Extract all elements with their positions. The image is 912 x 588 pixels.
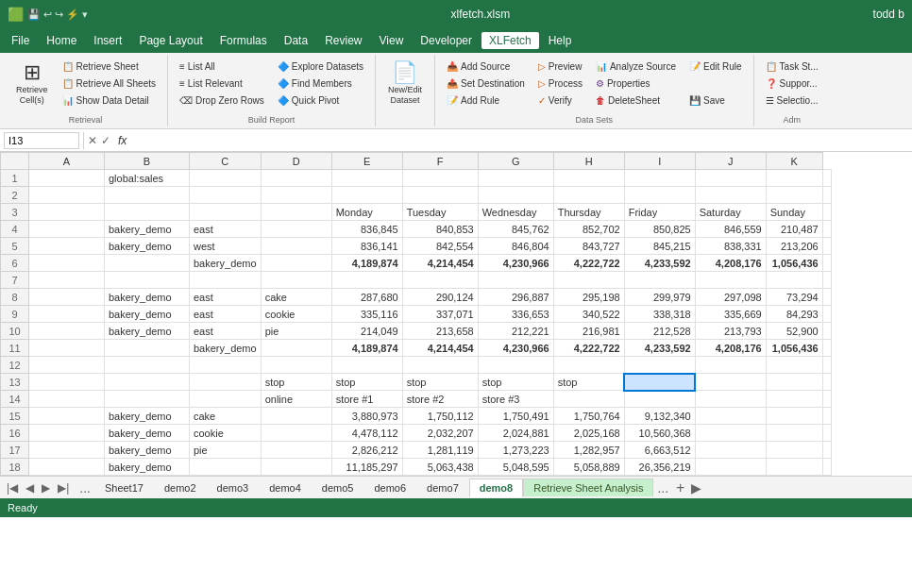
menu-insert[interactable]: Insert bbox=[86, 32, 129, 49]
cell[interactable]: 4,208,176 bbox=[695, 340, 766, 357]
cell[interactable]: 1,056,436 bbox=[766, 255, 822, 272]
cell[interactable]: 212,528 bbox=[624, 323, 695, 340]
cell[interactable]: 11,185,297 bbox=[331, 459, 402, 476]
support-button[interactable]: ❓ Suppor... bbox=[760, 76, 824, 92]
cell[interactable]: 840,853 bbox=[402, 221, 478, 238]
cell[interactable] bbox=[695, 187, 766, 204]
cell[interactable] bbox=[695, 357, 766, 374]
cell[interactable]: store #1 bbox=[331, 391, 402, 408]
cell[interactable]: bakery_demo bbox=[105, 442, 190, 459]
cell[interactable]: Monday bbox=[331, 204, 402, 221]
verify-button[interactable]: ✓ Verify bbox=[532, 92, 588, 109]
cell[interactable]: 2,025,168 bbox=[553, 425, 624, 442]
col-header-j[interactable]: J bbox=[695, 153, 766, 170]
cell[interactable]: 337,071 bbox=[402, 306, 478, 323]
cell[interactable]: 213,206 bbox=[766, 238, 822, 255]
cell[interactable]: bakery_demo bbox=[190, 340, 262, 357]
cell[interactable] bbox=[822, 204, 831, 221]
cell[interactable] bbox=[105, 204, 190, 221]
cell[interactable] bbox=[553, 187, 624, 204]
menu-home[interactable]: Home bbox=[39, 32, 84, 49]
cell[interactable] bbox=[766, 425, 822, 442]
cell[interactable]: cookie bbox=[261, 306, 331, 323]
task-start-button[interactable]: 📋 Task St... bbox=[760, 59, 824, 75]
col-header-g[interactable]: G bbox=[478, 153, 553, 170]
cell[interactable]: Tuesday bbox=[402, 204, 478, 221]
cell[interactable]: bakery_demo bbox=[105, 221, 190, 238]
cell[interactable] bbox=[105, 374, 190, 391]
cell[interactable]: 4,233,592 bbox=[624, 255, 695, 272]
cell[interactable]: 213,793 bbox=[695, 323, 766, 340]
cell[interactable] bbox=[822, 238, 831, 255]
formula-input[interactable] bbox=[134, 135, 908, 146]
cell[interactable] bbox=[766, 374, 822, 391]
cell[interactable]: 846,804 bbox=[478, 238, 553, 255]
properties-button[interactable]: ⚙ Properties bbox=[590, 76, 682, 92]
cell[interactable] bbox=[766, 442, 822, 459]
cell[interactable] bbox=[29, 289, 105, 306]
cell[interactable] bbox=[822, 442, 831, 459]
cell[interactable] bbox=[29, 187, 105, 204]
cell-reference-box[interactable]: I13 bbox=[4, 132, 79, 149]
cell[interactable] bbox=[261, 255, 331, 272]
menu-formulas[interactable]: Formulas bbox=[212, 32, 275, 49]
quick-pivot-button[interactable]: 🔷 Quick Pivot bbox=[272, 92, 369, 109]
cell[interactable] bbox=[29, 374, 105, 391]
cell[interactable]: 10,560,368 bbox=[624, 425, 695, 442]
confirm-icon[interactable]: ✓ bbox=[101, 134, 110, 147]
cell[interactable] bbox=[478, 187, 553, 204]
cell[interactable]: 4,208,176 bbox=[695, 255, 766, 272]
cell[interactable]: Saturday bbox=[695, 204, 766, 221]
cell[interactable] bbox=[105, 391, 190, 408]
tab-demo5[interactable]: demo5 bbox=[312, 479, 364, 496]
cell[interactable]: 2,032,207 bbox=[402, 425, 478, 442]
cell[interactable]: 836,141 bbox=[331, 238, 402, 255]
cell[interactable] bbox=[29, 425, 105, 442]
selection-button[interactable]: ☰ Selectio... bbox=[760, 92, 824, 109]
cell[interactable]: 4,189,874 bbox=[331, 340, 402, 357]
cell[interactable] bbox=[822, 221, 831, 238]
cell[interactable]: 9,132,340 bbox=[624, 408, 695, 425]
cell[interactable] bbox=[190, 391, 262, 408]
cell[interactable] bbox=[29, 255, 105, 272]
cell[interactable]: 1,750,112 bbox=[402, 408, 478, 425]
cell[interactable]: 1,281,119 bbox=[402, 442, 478, 459]
cell[interactable]: 838,331 bbox=[695, 238, 766, 255]
tab-nav-prev[interactable]: ◀ bbox=[23, 481, 37, 495]
cell[interactable] bbox=[29, 272, 105, 289]
tab-demo7[interactable]: demo7 bbox=[416, 479, 469, 496]
cell[interactable]: bakery_demo bbox=[105, 238, 190, 255]
cell[interactable]: 842,554 bbox=[402, 238, 478, 255]
cell[interactable] bbox=[331, 187, 402, 204]
cell[interactable]: Thursday bbox=[553, 204, 624, 221]
cell[interactable]: 296,887 bbox=[478, 289, 553, 306]
cell[interactable] bbox=[402, 170, 478, 187]
cell[interactable] bbox=[553, 391, 624, 408]
menu-page-layout[interactable]: Page Layout bbox=[131, 32, 210, 49]
cell[interactable] bbox=[766, 408, 822, 425]
col-header-c[interactable]: C bbox=[190, 153, 262, 170]
cell[interactable]: 3,880,973 bbox=[331, 408, 402, 425]
cell[interactable] bbox=[261, 408, 331, 425]
cell[interactable]: stop bbox=[261, 374, 331, 391]
cell[interactable] bbox=[261, 272, 331, 289]
cell[interactable] bbox=[261, 204, 331, 221]
save-button[interactable]: 💾 Save bbox=[684, 92, 748, 109]
cell[interactable] bbox=[261, 170, 331, 187]
cell[interactable]: cookie bbox=[190, 425, 262, 442]
cell[interactable] bbox=[624, 374, 695, 391]
retrieve-cells-button[interactable]: ⊞ RetrieveCell(s) bbox=[9, 57, 55, 109]
menu-xlfetch[interactable]: XLFetch bbox=[481, 32, 539, 49]
cell[interactable] bbox=[29, 391, 105, 408]
menu-file[interactable]: File bbox=[4, 32, 37, 49]
cell[interactable] bbox=[261, 340, 331, 357]
cell[interactable] bbox=[331, 357, 402, 374]
cell[interactable] bbox=[261, 357, 331, 374]
cell[interactable] bbox=[190, 272, 262, 289]
cell[interactable]: bakery_demo bbox=[105, 425, 190, 442]
cell[interactable]: east bbox=[190, 289, 262, 306]
cell[interactable]: 73,294 bbox=[766, 289, 822, 306]
cell[interactable] bbox=[766, 391, 822, 408]
tab-scroll-right[interactable]: ▶ bbox=[688, 480, 704, 496]
cell[interactable] bbox=[29, 323, 105, 340]
